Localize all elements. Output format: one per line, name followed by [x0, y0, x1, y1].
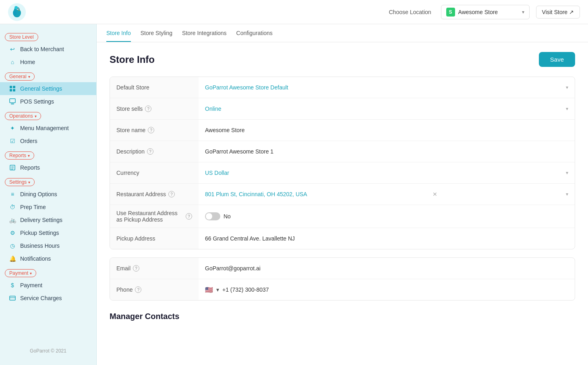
tab-store-integrations[interactable]: Store Integrations — [182, 24, 227, 42]
sidebar-item-general-settings[interactable]: General Settings — [0, 82, 96, 95]
restaurant-address-chevron-icon: ▾ — [566, 191, 568, 197]
use-restaurant-address-value: No — [199, 207, 575, 225]
location-name: Awesome Store — [458, 9, 519, 15]
sidebar-item-orders[interactable]: ☑ Orders — [0, 135, 96, 147]
svg-point-6 — [13, 11, 17, 16]
location-dropdown[interactable]: S Awesome Store ▾ — [441, 5, 530, 19]
sidebar-footer: GoParrot © 2021 — [0, 342, 96, 360]
svg-rect-11 — [13, 89, 15, 91]
home-icon: ⌂ — [9, 58, 16, 66]
page-title: Store Info — [110, 54, 155, 65]
general-settings-icon — [9, 85, 16, 92]
reports-section-label[interactable]: Reports ▾ — [5, 151, 34, 160]
svg-point-4 — [17, 8, 18, 9]
store-sells-help-icon[interactable]: ? — [145, 106, 151, 112]
phone-flag-icon: 🇺🇸 — [205, 286, 213, 294]
page-header: Store Info Save — [110, 52, 575, 67]
reports-chevron-icon: ▾ — [28, 153, 30, 158]
form-row-currency: Currency US Dollar ▾ — [110, 162, 575, 184]
reports-icon — [9, 164, 16, 171]
form-row-use-restaurant-address: Use Restaurant Address as Pickup Address… — [110, 205, 575, 228]
sidebar-item-payment[interactable]: $ Payment — [0, 279, 96, 292]
store-level-section-label[interactable]: Store Level — [5, 33, 38, 41]
sidebar: Store Level ↩ Back to Merchant ⌂ Home Ge… — [0, 24, 97, 365]
prep-time-icon: ⏱ — [9, 203, 16, 211]
email-value: GoParrot@goparrot.ai — [199, 260, 575, 276]
app-logo — [8, 3, 26, 21]
sidebar-item-service-charges[interactable]: Service Charges — [0, 292, 96, 305]
general-section-label[interactable]: General ▾ — [5, 73, 35, 81]
form-row-store-sells: Store sells ? Online ▾ — [110, 98, 575, 120]
sidebar-item-business-hours[interactable]: ◷ Business Hours — [0, 239, 96, 252]
restaurant-address-help-icon[interactable]: ? — [168, 191, 175, 197]
form-row-default-store: Default Store GoParrot Awesome Store Def… — [110, 77, 575, 98]
use-restaurant-address-toggle[interactable] — [205, 212, 220, 220]
choose-location-label: Choose Location — [389, 9, 431, 15]
sidebar-item-menu-management[interactable]: ✦ Menu Management — [0, 122, 96, 135]
operations-section-label[interactable]: Operations ▾ — [5, 112, 41, 120]
currency-value[interactable]: US Dollar ▾ — [199, 165, 575, 181]
sidebar-item-dining-options[interactable]: ≡ Dining Options — [0, 188, 96, 201]
sidebar-item-pos-settings[interactable]: POS Settings — [0, 95, 96, 108]
sidebar-item-delivery-settings[interactable]: 🚲 Delivery Settings — [0, 214, 96, 226]
svg-point-7 — [14, 6, 18, 9]
sidebar-item-reports[interactable]: Reports — [0, 161, 96, 174]
form-row-phone: Phone ? 🇺🇸 ▾ +1 (732) 300-8037 — [110, 279, 575, 300]
content-area: Store Info Store Styling Store Integrati… — [97, 24, 588, 365]
use-restaurant-address-help-icon[interactable]: ? — [186, 213, 192, 220]
pickup-settings-icon: ⚙ — [9, 229, 16, 236]
service-charges-icon — [9, 294, 16, 302]
svg-rect-9 — [13, 86, 15, 88]
save-button[interactable]: Save — [539, 52, 575, 67]
sidebar-item-home[interactable]: ⌂ Home — [0, 56, 96, 68]
tab-configurations[interactable]: Configurations — [236, 24, 273, 42]
notifications-icon: 🔔 — [9, 255, 16, 262]
phone-label: Phone ? — [110, 279, 199, 300]
tab-store-info[interactable]: Store Info — [106, 24, 131, 42]
sidebar-item-back-to-merchant[interactable]: ↩ Back to Merchant — [0, 43, 96, 56]
phone-help-icon[interactable]: ? — [135, 286, 141, 293]
description-help-icon[interactable]: ? — [147, 148, 153, 155]
svg-rect-8 — [10, 86, 12, 88]
sidebar-item-prep-time[interactable]: ⏱ Prep Time — [0, 201, 96, 214]
settings-section-label[interactable]: Settings ▾ — [5, 178, 35, 186]
svg-rect-18 — [10, 296, 15, 300]
store-info-form-section: Default Store GoParrot Awesome Store Def… — [110, 77, 575, 249]
form-row-restaurant-address: Restaurant Address ? 801 Plum St, Cincin… — [110, 184, 575, 205]
email-label: Email ? — [110, 258, 199, 279]
form-row-pickup-address: Pickup Address 66 Grand Central Ave. Lav… — [110, 228, 575, 249]
description-value: GoParrot Awesome Store 1 — [199, 143, 575, 160]
store-sells-value[interactable]: Online ▾ — [199, 101, 575, 117]
svg-rect-10 — [10, 89, 12, 91]
back-icon: ↩ — [9, 46, 16, 53]
delivery-settings-icon: 🚲 — [9, 216, 16, 224]
visit-store-button[interactable]: Visit Store ↗ — [536, 6, 580, 19]
settings-chevron-icon: ▾ — [28, 180, 30, 185]
operations-chevron-icon: ▾ — [35, 114, 37, 118]
topbar: Choose Location S Awesome Store ▾ Visit … — [0, 0, 588, 24]
menu-management-icon: ✦ — [9, 124, 16, 132]
sidebar-item-pickup-settings[interactable]: ⚙ Pickup Settings — [0, 226, 96, 239]
sidebar-item-notifications[interactable]: 🔔 Notifications — [0, 252, 96, 265]
store-name-help-icon[interactable]: ? — [148, 127, 154, 133]
use-restaurant-address-label: Use Restaurant Address as Pickup Address… — [110, 205, 199, 228]
currency-chevron-icon: ▾ — [566, 170, 568, 176]
form-row-email: Email ? GoParrot@goparrot.ai — [110, 258, 575, 279]
restaurant-address-clear-icon[interactable]: ✕ — [433, 191, 437, 197]
general-chevron-icon: ▾ — [28, 75, 30, 79]
tab-store-styling[interactable]: Store Styling — [141, 24, 172, 42]
location-chevron-icon: ▾ — [522, 9, 524, 15]
email-help-icon[interactable]: ? — [133, 265, 139, 272]
payment-icon: $ — [9, 282, 16, 289]
restaurant-address-value[interactable]: 801 Plum St, Cincinnati, OH 45202, USA ✕… — [199, 186, 575, 202]
store-sells-chevron-icon: ▾ — [566, 106, 568, 112]
main-layout: Store Level ↩ Back to Merchant ⌂ Home Ge… — [0, 24, 588, 365]
business-hours-icon: ◷ — [9, 242, 16, 249]
default-store-value[interactable]: GoParrot Awesome Store Default ▾ — [199, 79, 575, 95]
currency-label: Currency — [110, 162, 199, 183]
phone-value: 🇺🇸 ▾ +1 (732) 300-8037 — [199, 281, 575, 299]
payment-section-label[interactable]: Payment ▾ — [5, 269, 36, 277]
phone-prefix: ▾ — [216, 286, 219, 293]
form-row-description: Description ? GoParrot Awesome Store 1 — [110, 141, 575, 162]
description-label: Description ? — [110, 141, 199, 162]
